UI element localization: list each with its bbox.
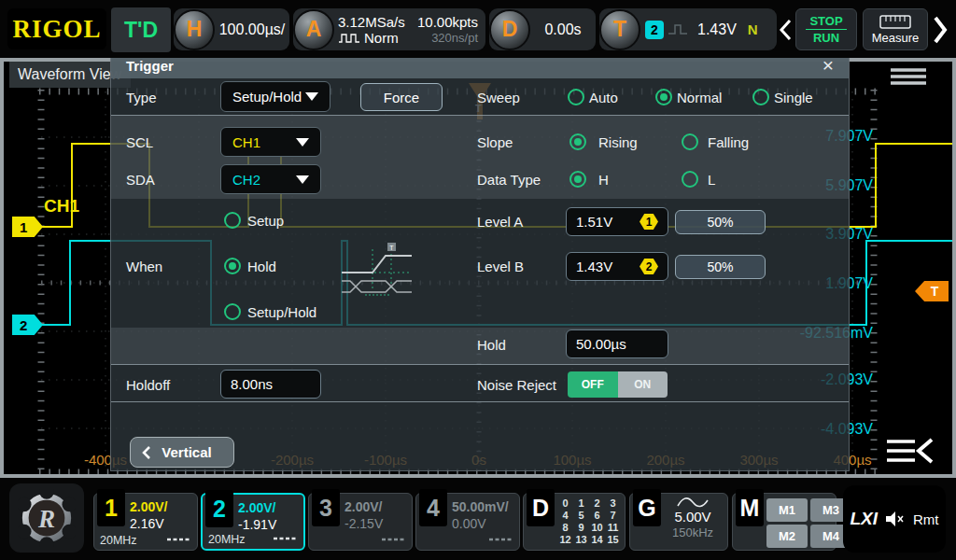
separator: [111, 401, 849, 402]
trigger-dialog: Trigger × Type Setup/Hold Force Sweep Au…: [110, 51, 850, 471]
trigger-flag: N: [748, 21, 758, 37]
measure-button[interactable]: Measure: [863, 8, 928, 50]
trigger-pill[interactable]: T 2 1.43V N: [599, 8, 777, 50]
channel-3-box[interactable]: 3 2.00V/ -2.15V: [308, 493, 413, 551]
generator-box[interactable]: G 5.00V 150kHz: [629, 493, 728, 551]
h-circle-icon: H: [174, 9, 215, 50]
level-a-input[interactable]: 1.51V 1: [566, 207, 668, 236]
d-circle-icon: D: [489, 9, 530, 50]
collapse-menu-icon[interactable]: [885, 437, 935, 469]
type-label: Type: [126, 90, 157, 105]
ch3-number: 3: [312, 489, 340, 526]
radio-when-hold[interactable]: [224, 258, 241, 274]
chevron-right-icon[interactable]: [932, 15, 949, 45]
acq-mode: Norm: [364, 30, 399, 46]
radio-sweep-normal[interactable]: [655, 89, 672, 105]
sweep-single-label: Single: [774, 90, 813, 105]
setup-hold-diagram: T: [337, 242, 416, 301]
delay-pill[interactable]: D 0.00s: [489, 8, 596, 50]
level-a-50pct-button[interactable]: 50%: [675, 210, 766, 234]
bottom-channel-bar: R 1 2.00V/ 2.16V 20MHz 2 2.00V/ -1.91V 2…: [0, 478, 956, 560]
noise-reject-toggle[interactable]: OFF ON: [568, 371, 668, 398]
ch4-number: 4: [419, 489, 447, 526]
slope-label: Slope: [477, 134, 513, 150]
rigol-gear-logo[interactable]: R: [9, 483, 84, 553]
radio-when-setuphold[interactable]: [224, 303, 241, 320]
acquire-pill[interactable]: A 3.12MSa/s Norm 10.00kpts 320ns/pt: [293, 8, 485, 50]
vertical-back-button[interactable]: Vertical: [130, 437, 234, 468]
radio-dtype-l[interactable]: [682, 171, 698, 188]
toggle-on[interactable]: ON: [618, 371, 668, 398]
dialog-title: Trigger: [126, 58, 174, 74]
ch1-number: 1: [97, 489, 125, 526]
math-box[interactable]: M M1 M3 M2 M4: [732, 493, 836, 551]
channel-2-box[interactable]: 2 2.00V/ -1.91V 20MHz: [201, 493, 305, 551]
stop-run-divider: [806, 29, 847, 30]
chevron-left-icon: [142, 445, 151, 460]
speaker-muted-icon: [886, 511, 905, 526]
coupling-dc-icon: [382, 537, 404, 542]
dtype-l-label: L: [708, 172, 715, 188]
stop-run-button[interactable]: STOP RUN: [795, 8, 857, 50]
radio-slope-rising[interactable]: [569, 133, 586, 150]
digital-channels-box[interactable]: D 0123 4567 891011 12131415: [523, 493, 626, 551]
slope-rising-label: Rising: [598, 134, 638, 150]
chevron-left-icon[interactable]: [779, 19, 792, 41]
a-circle-icon: A: [293, 9, 334, 50]
when-setuphold-label: Setup/Hold: [247, 304, 316, 320]
slope-falling-label: Falling: [708, 134, 749, 150]
delay-value: 0.00s: [544, 21, 581, 38]
sda-dropdown[interactable]: CH2: [220, 164, 321, 194]
chevron-down-icon: [296, 138, 309, 147]
radio-slope-falling[interactable]: [682, 133, 698, 150]
scl-dropdown[interactable]: CH1: [220, 127, 321, 157]
gear-icon: R: [18, 489, 76, 547]
holdoff-input[interactable]: 8.00ns: [220, 370, 321, 399]
ch1-trace-tag: CH1: [44, 196, 79, 217]
memory-depth: 10.00kpts: [417, 14, 478, 30]
hold-label: Hold: [477, 337, 506, 353]
math-m1-button[interactable]: M1: [766, 498, 808, 522]
tab-label: Waveform View: [18, 66, 121, 83]
chevron-down-icon: [305, 92, 318, 101]
resolution: 320ns/pt: [431, 30, 478, 46]
radio-sweep-single[interactable]: [752, 89, 769, 105]
sweep-normal-label: Normal: [677, 90, 722, 105]
type-dropdown[interactable]: Setup/Hold: [220, 81, 330, 112]
level-b-label: Level B: [477, 259, 524, 274]
top-status-bar: RIGOL T'D H 100.00µs/ A 3.12MSa/s Norm 1…: [0, 0, 956, 58]
horizontal-scale-pill[interactable]: H 100.00µs/: [174, 8, 289, 50]
noise-reject-label: Noise Reject: [477, 377, 556, 393]
when-setup-label: Setup: [247, 213, 284, 229]
hold-input[interactable]: 50.00µs: [566, 329, 668, 358]
radio-when-setup[interactable]: [224, 212, 241, 229]
sweep-auto-label: Auto: [589, 90, 618, 105]
force-button[interactable]: Force: [360, 83, 443, 111]
level-a-label: Level A: [477, 214, 523, 230]
g-letter: G: [633, 489, 661, 526]
level-b-50pct-button[interactable]: 50%: [675, 255, 766, 279]
math-m2-button[interactable]: M2: [766, 525, 808, 548]
trigger-source-badge: 2: [645, 21, 664, 39]
level-a-badge: 1: [640, 214, 658, 230]
separator: [111, 364, 849, 365]
t-circle-icon: T: [599, 9, 640, 50]
svg-text:R: R: [37, 505, 55, 533]
channel-4-box[interactable]: 4 50.00mV/ 0.00V: [415, 493, 520, 551]
sine-wave-icon: [677, 496, 709, 509]
trigger-status-badge: T'D: [111, 7, 171, 52]
acq-waveform-icon: [338, 32, 360, 44]
digital-grid: 0123 4567 891011 12131415: [557, 497, 621, 546]
ruler-icon: [879, 15, 911, 29]
toggle-off[interactable]: OFF: [568, 371, 618, 398]
gen-voltage: 5.00V: [674, 509, 710, 525]
coupling-dc-icon: [489, 537, 512, 542]
radio-sweep-auto[interactable]: [568, 89, 584, 105]
menu-hamburger-icon[interactable]: [889, 67, 928, 90]
d-letter: D: [527, 489, 555, 526]
lxi-label: LXI: [850, 509, 878, 529]
level-b-input[interactable]: 1.43V 2: [566, 252, 668, 281]
radio-dtype-h[interactable]: [569, 171, 586, 188]
m-letter: M: [736, 489, 764, 526]
channel-1-box[interactable]: 1 2.00V/ 2.16V 20MHz: [93, 493, 198, 551]
